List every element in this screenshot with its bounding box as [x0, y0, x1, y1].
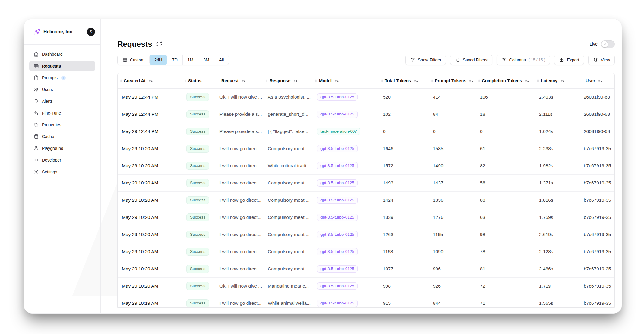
- cell-completion-tokens: 56: [476, 180, 535, 186]
- time-range-custom[interactable]: Custom: [118, 55, 149, 65]
- download-icon: [559, 57, 564, 62]
- sidebar-item-properties[interactable]: Properties: [29, 120, 95, 130]
- live-label: Live: [589, 42, 598, 46]
- cell-status: Success: [182, 196, 215, 204]
- sidebar-item-alerts[interactable]: Alerts: [29, 96, 95, 106]
- sort-desc-icon: [469, 78, 474, 83]
- request-row[interactable]: May 29 10:19 AMSuccessI will now go dire…: [118, 295, 614, 308]
- cell-response: generate_short_d...: [264, 112, 313, 117]
- cell-completion-tokens: 82: [476, 163, 535, 169]
- column-header-total-tokens[interactable]: Total Tokens: [379, 78, 429, 83]
- cell-total-tokens: 520: [379, 94, 429, 100]
- cell-model: gpt-3.5-turbo-0125: [313, 111, 379, 118]
- request-row[interactable]: May 29 10:20 AMSuccessI will now go dire…: [118, 140, 614, 157]
- column-header-created-at[interactable]: Created At: [118, 78, 182, 83]
- request-row[interactable]: May 29 10:20 AMSuccessOk, I will now giv…: [118, 278, 614, 295]
- sidebar-item-fine-tune[interactable]: Fine-Tune: [29, 108, 95, 118]
- cell-model: gpt-3.5-turbo-0125: [313, 248, 379, 256]
- copy-icon: [455, 57, 460, 62]
- time-range-3m[interactable]: 3M: [198, 55, 214, 65]
- time-range-all[interactable]: All: [214, 55, 229, 65]
- request-row[interactable]: May 29 12:44 PMSuccessPlease provide a s…: [118, 106, 614, 123]
- sidebar-item-prompts[interactable]: Prompts: [29, 73, 95, 83]
- cell-latency: 1.024s: [535, 129, 579, 134]
- cell-completion-tokens: 72: [476, 283, 535, 289]
- request-row[interactable]: May 29 10:20 AMSuccessI will now go dire…: [118, 209, 614, 226]
- cell-model: gpt-3.5-turbo-0125: [313, 145, 379, 153]
- column-header-user[interactable]: User: [579, 78, 614, 83]
- column-header-model[interactable]: Model: [313, 78, 379, 83]
- drag-handle-icon: [314, 78, 318, 83]
- request-row[interactable]: May 29 10:20 AMSuccessI will now go dire…: [118, 243, 614, 260]
- cell-user: b7c67919-35: [579, 232, 614, 237]
- cell-request: I will now go direct...: [215, 301, 264, 306]
- model-badge: gpt-3.5-turbo-0125: [317, 282, 358, 290]
- refresh-button[interactable]: [156, 41, 162, 47]
- column-header-prompt-tokens[interactable]: Prompt Tokens: [429, 78, 476, 83]
- sort-desc-icon: [560, 78, 565, 83]
- cell-prompt-tokens: 1276: [429, 215, 476, 220]
- drag-handle-icon: [536, 78, 540, 83]
- org-switcher[interactable]: Helicone, Inc S: [29, 19, 95, 44]
- column-header-completion-tokens[interactable]: Completion Tokens: [476, 78, 535, 83]
- time-range-7d[interactable]: 7D: [167, 55, 182, 65]
- cell-total-tokens: 915: [379, 301, 429, 306]
- action-button-label: Saved Filters: [463, 58, 488, 62]
- saved-filters-button[interactable]: Saved Filters: [450, 55, 492, 65]
- request-row[interactable]: May 29 10:20 AMSuccessI will now go dire…: [118, 260, 614, 278]
- live-toggle[interactable]: [601, 40, 615, 48]
- sidebar-item-label: Properties: [42, 122, 61, 127]
- cell-prompt-tokens: 844: [429, 301, 476, 306]
- sidebar-nav: DashboardRequestsPromptsUsersAlertsFine-…: [29, 45, 95, 177]
- sidebar-item-settings[interactable]: Settings: [29, 167, 95, 177]
- cell-user: b7c67919-35: [579, 266, 614, 272]
- sidebar-item-dashboard[interactable]: Dashboard: [29, 49, 95, 59]
- view-button[interactable]: View: [588, 55, 615, 65]
- cell-total-tokens: 1424: [379, 197, 429, 203]
- request-row[interactable]: May 29 10:20 AMSuccessI will now go dire…: [118, 226, 614, 243]
- sidebar-item-cache[interactable]: Cache: [29, 131, 95, 142]
- pause-asterisk-icon: [603, 43, 606, 46]
- column-header-response[interactable]: Response: [264, 78, 313, 83]
- cell-response: Compulsory meat ...: [264, 266, 313, 272]
- cell-request: Ok, I will now give ...: [215, 94, 264, 100]
- time-range-label: 1M: [188, 58, 193, 62]
- time-range-label: 3M: [203, 58, 209, 62]
- show-filters-button[interactable]: Show Filters: [405, 55, 446, 65]
- cell-created-at: May 29 10:20 AM: [118, 163, 182, 169]
- column-header-latency[interactable]: Latency: [535, 78, 579, 83]
- request-row[interactable]: May 29 10:20 AMSuccessI will now go dire…: [118, 192, 614, 209]
- export-button[interactable]: Export: [554, 55, 584, 65]
- time-range-label: All: [219, 58, 224, 62]
- cell-latency: 1.759s: [535, 215, 579, 220]
- table-header-row: Created AtStatusRequestResponseModelTota…: [118, 73, 614, 89]
- sidebar-item-label: Developer: [42, 158, 61, 162]
- request-row[interactable]: May 29 10:20 AMSuccessI will now go dire…: [118, 157, 614, 175]
- cell-request: I will now go direct...: [215, 163, 264, 169]
- column-header-status[interactable]: Status: [182, 78, 215, 83]
- sidebar-item-playground[interactable]: Playground: [29, 143, 95, 153]
- sidebar-item-requests[interactable]: Requests: [29, 61, 95, 71]
- column-header-label: Prompt Tokens: [435, 78, 466, 83]
- sidebar-item-users[interactable]: Users: [29, 84, 95, 95]
- cell-model: gpt-3.5-turbo-0125: [313, 197, 379, 204]
- cell-request: I will now go direct...: [215, 197, 264, 203]
- cell-created-at: May 29 10:20 AM: [118, 249, 182, 254]
- status-badge: Success: [186, 213, 209, 222]
- request-row[interactable]: May 29 12:44 PMSuccessOk, I will now giv…: [118, 89, 614, 106]
- user-avatar[interactable]: S: [87, 28, 95, 36]
- cell-total-tokens: 1646: [379, 146, 429, 151]
- cell-created-at: May 29 10:20 AM: [118, 266, 182, 272]
- sort-desc-icon: [334, 78, 339, 83]
- time-range-label: 24H: [154, 58, 162, 62]
- request-row[interactable]: May 29 12:44 PMSuccessPlease provide a s…: [118, 123, 614, 140]
- sidebar-item-developer[interactable]: Developer: [29, 155, 95, 165]
- columns-button[interactable]: Columns( 15 / 15 ): [497, 55, 550, 65]
- time-range-24h[interactable]: 24H: [149, 55, 167, 65]
- request-row[interactable]: May 29 10:20 AMSuccessI will now go dire…: [118, 175, 614, 192]
- cell-created-at: May 29 12:44 PM: [118, 129, 182, 134]
- column-header-label: Latency: [541, 78, 557, 83]
- time-range-1m[interactable]: 1M: [182, 55, 198, 65]
- rocket-icon: [34, 29, 40, 35]
- column-header-request[interactable]: Request: [215, 78, 264, 83]
